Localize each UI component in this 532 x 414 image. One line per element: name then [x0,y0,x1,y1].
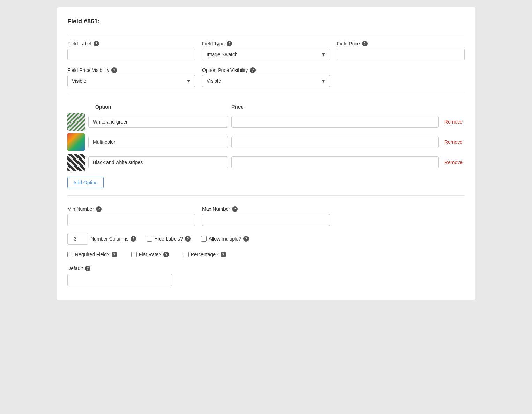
option-row-1: Remove [67,113,465,131]
number-columns-input[interactable] [67,233,88,245]
remove-option-2-button[interactable]: Remove [442,138,465,146]
hide-labels-label: Hide Labels? [154,236,183,242]
option-thumb-1 [67,113,85,131]
add-option-button[interactable]: Add Option [67,177,104,188]
allow-multiple-group: Allow multiple? ? [201,236,249,242]
number-columns-help-icon[interactable]: ? [131,236,136,242]
field-price-help-icon[interactable]: ? [362,41,368,46]
option-price-visibility-group: Option Price Visibility ? Visible Hidden… [202,67,330,87]
default-label-text: Default [67,266,83,271]
required-field-label: Required Field? [75,252,110,257]
field-label-help-icon[interactable]: ? [94,41,99,46]
min-number-input[interactable] [67,214,195,226]
required-field-help-icon[interactable]: ? [112,252,117,257]
hide-labels-help-icon[interactable]: ? [185,236,191,242]
max-number-input[interactable] [202,214,330,226]
field-card: Field #861: Field Label ? Field Type ? I… [57,7,475,300]
option-name-input-1[interactable] [88,116,228,128]
row-field-basics: Field Label ? Field Type ? Image Swatch … [67,41,465,60]
field-type-help-icon[interactable]: ? [227,41,232,46]
option-price-visibility-text: Option Price Visibility [202,67,248,73]
row-number-columns: Number Columns ? Hide Labels? ? Allow mu… [67,233,465,245]
max-number-help-icon[interactable]: ? [232,206,238,212]
field-type-group: Field Type ? Image Swatch Text Color Swa… [202,41,330,60]
flat-rate-label: Flat Rate? [139,252,162,257]
row-checkboxes: Required Field? ? Flat Rate? ? Percentag… [67,252,465,257]
field-label-text: Field Label [67,41,91,46]
allow-multiple-checkbox[interactable] [201,236,207,242]
min-number-label: Min Number [67,206,94,212]
option-price-input-2[interactable] [231,136,439,148]
flat-rate-checkbox[interactable] [131,252,137,257]
field-type-text: Field Type [202,41,224,46]
percentage-help-icon[interactable]: ? [221,252,226,257]
flat-rate-group: Flat Rate? ? [131,252,169,257]
field-type-select-wrapper: Image Swatch Text Color Swatch Dropdown … [202,49,330,60]
field-price-visibility-select[interactable]: Visible Hidden [67,75,195,87]
field-price-visibility-select-wrapper: Visible Hidden ▼ [67,75,195,87]
option-price-visibility-select-wrapper: Visible Hidden ▼ [202,75,330,87]
col-option-header: Option [67,104,228,110]
required-field-checkbox[interactable] [67,252,73,257]
field-price-text: Field Price [337,41,360,46]
page-title: Field #861: [67,18,465,25]
hide-labels-group: Hide Labels? ? [147,236,191,242]
percentage-label: Percentage? [191,252,218,257]
option-row-3: Remove [67,154,465,171]
max-number-group: Max Number ? [202,206,330,226]
bottom-section: Min Number ? Max Number ? Number Columns… [67,203,465,286]
min-number-help-icon[interactable]: ? [96,206,102,212]
number-columns-label: Number Columns [90,236,128,242]
field-price-group: Field Price ? [337,41,465,60]
default-input[interactable] [67,274,172,286]
row-min-max: Min Number ? Max Number ? [67,206,465,226]
option-price-input-1[interactable] [231,116,439,128]
option-thumb-3 [67,154,85,171]
option-thumb-2 [67,133,85,151]
col-price-header: Price [231,104,465,110]
field-type-select[interactable]: Image Swatch Text Color Swatch Dropdown [202,49,330,60]
option-price-visibility-help-icon[interactable]: ? [250,67,256,73]
field-price-visibility-text: Field Price Visibility [67,67,109,73]
default-section: Default ? [67,266,465,286]
percentage-group: Percentage? ? [183,252,226,257]
allow-multiple-help-icon[interactable]: ? [243,236,249,242]
field-price-visibility-help-icon[interactable]: ? [111,67,117,73]
max-number-label: Max Number [202,206,230,212]
remove-option-1-button[interactable]: Remove [442,118,465,126]
options-header: Option Price [67,101,465,113]
row-visibility: Field Price Visibility ? Visible Hidden … [67,67,465,87]
field-label-group: Field Label ? [67,41,195,60]
field-price-input[interactable] [337,49,465,60]
required-field-group: Required Field? ? [67,252,117,257]
option-name-input-2[interactable] [88,136,228,148]
field-price-visibility-group: Field Price Visibility ? Visible Hidden … [67,67,195,87]
option-name-input-3[interactable] [88,156,228,168]
percentage-checkbox[interactable] [183,252,189,257]
field-label-input[interactable] [67,49,195,60]
option-row-2: Remove [67,133,465,151]
option-price-visibility-select[interactable]: Visible Hidden [202,75,330,87]
number-columns-group: Number Columns ? [67,233,136,245]
option-price-input-3[interactable] [231,156,439,168]
hide-labels-checkbox[interactable] [147,236,152,242]
options-section: Option Price Remove Remove Remove Add Op… [67,101,465,188]
default-help-icon[interactable]: ? [85,266,90,271]
flat-rate-help-icon[interactable]: ? [163,252,169,257]
min-number-group: Min Number ? [67,206,195,226]
remove-option-3-button[interactable]: Remove [442,158,465,167]
allow-multiple-label: Allow multiple? [209,236,241,242]
